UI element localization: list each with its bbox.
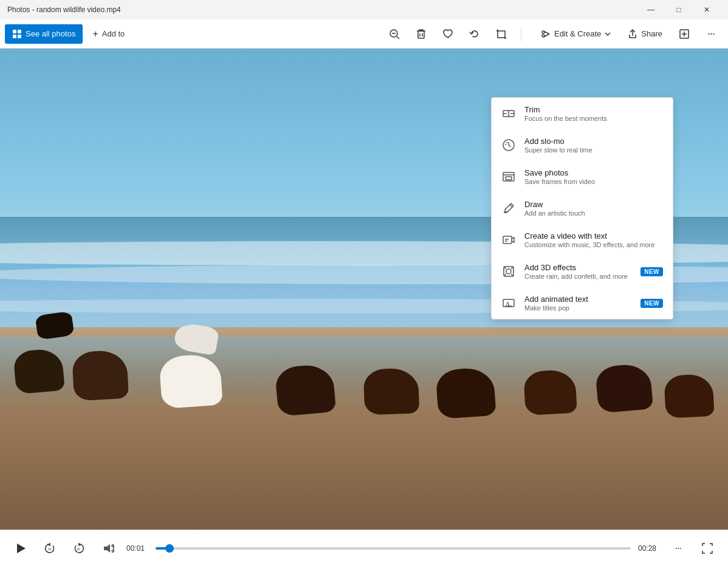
svg-marker-39 [17,544,26,553]
trim-icon [501,106,516,121]
slo-mo-icon [501,138,516,152]
save-photos-icon [501,169,516,184]
more-options-icon: ··· [707,27,715,40]
new-badge-3d: NEW [640,267,663,276]
zoom-icon [389,29,400,39]
draw-icon [501,201,516,216]
svg-rect-1 [18,30,21,33]
titlebar-controls: — □ ✕ [637,0,721,19]
menu-item-create-video[interactable]: Create a video with text Customize with … [492,224,673,256]
chevron-down-icon [605,31,611,37]
edit-create-dropdown: Trim Focus on the best moments Add slo-m… [491,97,673,319]
current-time: 00:01 [126,544,148,553]
photos-logo-icon [12,29,22,39]
favorite-icon [442,29,453,39]
svg-text:30: 30 [77,547,80,551]
menu-item-animated-text[interactable]: A Add animated text Make titles pop NEW [492,287,673,319]
menu-item-draw[interactable]: Draw Add an artistic touch [492,193,673,224]
menu-item-slo-mo[interactable]: Add slo-mo Super slow to real time [492,129,673,161]
svg-line-12 [544,32,549,34]
total-time: 00:28 [638,544,660,553]
svg-rect-2 [13,35,16,38]
svg-rect-27 [503,236,512,244]
svg-rect-3 [18,35,21,38]
close-button[interactable]: ✕ [693,0,721,19]
more-player-icon: ··· [675,543,681,554]
horse-6 [523,369,577,415]
horse-1 [13,348,65,395]
favorite-button[interactable] [436,22,460,46]
scissors-icon [541,29,551,39]
horse-1-head [35,311,74,340]
volume-button[interactable] [97,537,119,559]
replay-icon: 10 [44,542,56,554]
toolbar-divider [521,27,521,41]
menu-item-trim[interactable]: Trim Focus on the best moments [492,98,673,129]
more-player-button[interactable]: ··· [667,537,689,559]
titlebar: Photos - random wildlife video.mp4 — □ ✕ [0,0,728,19]
horses-area [0,299,728,443]
forward-icon: 30 [73,542,85,554]
horse-2 [72,350,129,401]
toolbar: See all photos + Add to [0,19,728,49]
animated-text-icon: A [501,296,516,310]
menu-item-save-photos[interactable]: Save photos Save frames from video [492,161,673,193]
rotate-button[interactable] [462,22,487,46]
horse-4 [363,367,420,415]
menu-item-3d-effects[interactable]: Add 3D effects Create rain, add confetti… [492,256,673,287]
more-options-button[interactable]: ··· [699,22,723,46]
svg-line-5 [397,36,399,39]
svg-rect-0 [13,30,16,33]
fit-icon [679,29,690,39]
minimize-button[interactable]: — [637,0,665,19]
add-to-button[interactable]: + Add to [85,24,132,44]
svg-rect-7 [418,31,424,38]
share-icon [628,29,637,39]
play-icon [15,542,27,554]
zoom-button[interactable] [382,22,407,46]
horse-white-head [173,321,219,355]
fullscreen-button[interactable] [696,537,718,559]
share-button[interactable]: Share [620,24,670,44]
progress-thumb [165,544,174,553]
rotate-icon [469,29,480,39]
volume-icon [102,542,114,554]
play-button[interactable] [10,537,32,559]
video-text-icon [501,233,516,247]
fullscreen-icon [702,543,713,554]
maximize-button[interactable]: □ [665,0,693,19]
edit-create-button[interactable]: Edit & Create [534,24,618,44]
player-controls: 10 30 00:01 00:28 ··· [0,530,728,566]
horse-8 [664,373,715,418]
delete-icon [416,29,427,39]
svg-text:10: 10 [48,547,52,551]
svg-rect-24 [506,177,512,180]
crop-button[interactable] [489,22,513,46]
horse-white [159,353,223,409]
window-title: Photos - random wildlife video.mp4 [7,5,637,14]
horse-5 [435,366,496,418]
replay-button[interactable]: 10 [39,537,61,559]
new-badge-animated: NEW [640,299,663,308]
fit-button[interactable] [672,22,696,46]
svg-line-25 [510,205,512,207]
video-area: Trim Focus on the best moments Add slo-m… [0,49,728,530]
add-icon: + [92,29,98,39]
crop-icon [496,29,507,39]
edit-create-group: Edit & Create [534,24,618,44]
see-all-photos-button[interactable]: See all photos [5,24,83,44]
progress-bar[interactable] [156,547,631,550]
effects-3d-icon [501,264,516,279]
svg-line-13 [544,34,549,36]
forward-button[interactable]: 30 [68,537,90,559]
svg-marker-42 [104,544,110,553]
svg-point-31 [506,269,511,274]
horse-7 [595,363,653,414]
horse-3 [275,363,337,417]
svg-point-10 [542,31,544,33]
svg-point-11 [542,35,544,37]
delete-button[interactable] [409,22,433,46]
